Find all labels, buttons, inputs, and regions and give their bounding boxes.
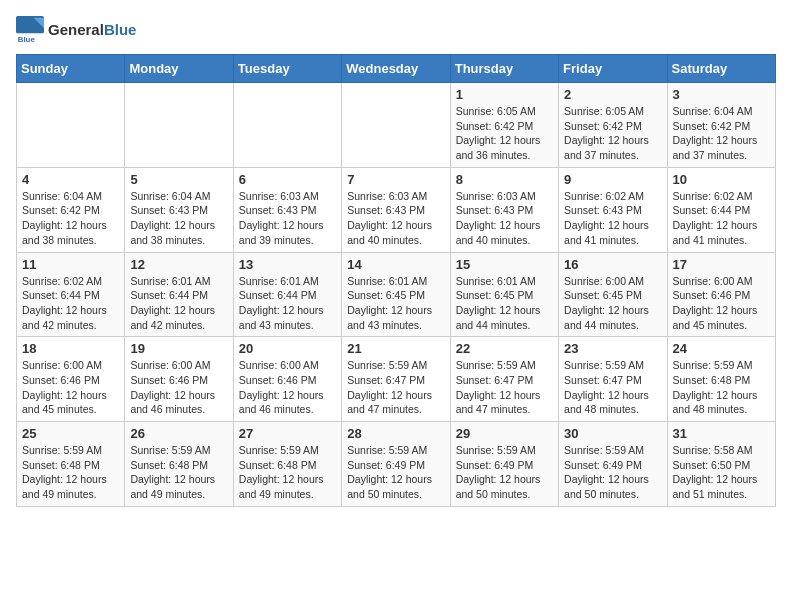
calendar-cell: 2Sunrise: 6:05 AM Sunset: 6:42 PM Daylig… <box>559 83 667 168</box>
day-detail: Sunrise: 6:00 AM Sunset: 6:46 PM Dayligh… <box>22 358 119 417</box>
day-detail: Sunrise: 5:59 AM Sunset: 6:47 PM Dayligh… <box>347 358 444 417</box>
calendar-cell: 28Sunrise: 5:59 AM Sunset: 6:49 PM Dayli… <box>342 422 450 507</box>
calendar-cell: 20Sunrise: 6:00 AM Sunset: 6:46 PM Dayli… <box>233 337 341 422</box>
day-detail: Sunrise: 6:00 AM Sunset: 6:46 PM Dayligh… <box>239 358 336 417</box>
logo: Blue GeneralBlue <box>16 16 136 44</box>
calendar-cell: 3Sunrise: 6:04 AM Sunset: 6:42 PM Daylig… <box>667 83 775 168</box>
day-detail: Sunrise: 5:59 AM Sunset: 6:49 PM Dayligh… <box>564 443 661 502</box>
day-number: 30 <box>564 426 661 441</box>
calendar-cell: 13Sunrise: 6:01 AM Sunset: 6:44 PM Dayli… <box>233 252 341 337</box>
week-row-5: 25Sunrise: 5:59 AM Sunset: 6:48 PM Dayli… <box>17 422 776 507</box>
day-number: 4 <box>22 172 119 187</box>
day-detail: Sunrise: 5:58 AM Sunset: 6:50 PM Dayligh… <box>673 443 770 502</box>
day-detail: Sunrise: 5:59 AM Sunset: 6:48 PM Dayligh… <box>130 443 227 502</box>
col-header-friday: Friday <box>559 55 667 83</box>
day-detail: Sunrise: 6:04 AM Sunset: 6:42 PM Dayligh… <box>673 104 770 163</box>
calendar-table: SundayMondayTuesdayWednesdayThursdayFrid… <box>16 54 776 507</box>
day-detail: Sunrise: 5:59 AM Sunset: 6:49 PM Dayligh… <box>456 443 553 502</box>
week-row-3: 11Sunrise: 6:02 AM Sunset: 6:44 PM Dayli… <box>17 252 776 337</box>
day-detail: Sunrise: 5:59 AM Sunset: 6:47 PM Dayligh… <box>564 358 661 417</box>
calendar-cell: 22Sunrise: 5:59 AM Sunset: 6:47 PM Dayli… <box>450 337 558 422</box>
day-detail: Sunrise: 6:04 AM Sunset: 6:42 PM Dayligh… <box>22 189 119 248</box>
day-number: 20 <box>239 341 336 356</box>
day-number: 11 <box>22 257 119 272</box>
day-number: 22 <box>456 341 553 356</box>
col-header-sunday: Sunday <box>17 55 125 83</box>
day-number: 14 <box>347 257 444 272</box>
day-number: 26 <box>130 426 227 441</box>
day-number: 5 <box>130 172 227 187</box>
calendar-cell: 8Sunrise: 6:03 AM Sunset: 6:43 PM Daylig… <box>450 167 558 252</box>
logo-general: GeneralBlue <box>48 21 136 39</box>
day-number: 15 <box>456 257 553 272</box>
calendar-cell: 25Sunrise: 5:59 AM Sunset: 6:48 PM Dayli… <box>17 422 125 507</box>
day-detail: Sunrise: 5:59 AM Sunset: 6:47 PM Dayligh… <box>456 358 553 417</box>
day-number: 10 <box>673 172 770 187</box>
day-detail: Sunrise: 6:03 AM Sunset: 6:43 PM Dayligh… <box>456 189 553 248</box>
day-number: 25 <box>22 426 119 441</box>
day-detail: Sunrise: 6:02 AM Sunset: 6:44 PM Dayligh… <box>22 274 119 333</box>
col-header-wednesday: Wednesday <box>342 55 450 83</box>
calendar-cell: 11Sunrise: 6:02 AM Sunset: 6:44 PM Dayli… <box>17 252 125 337</box>
calendar-cell <box>342 83 450 168</box>
col-header-monday: Monday <box>125 55 233 83</box>
day-detail: Sunrise: 6:01 AM Sunset: 6:45 PM Dayligh… <box>456 274 553 333</box>
day-number: 23 <box>564 341 661 356</box>
day-number: 21 <box>347 341 444 356</box>
day-number: 24 <box>673 341 770 356</box>
calendar-cell: 19Sunrise: 6:00 AM Sunset: 6:46 PM Dayli… <box>125 337 233 422</box>
calendar-cell: 16Sunrise: 6:00 AM Sunset: 6:45 PM Dayli… <box>559 252 667 337</box>
day-detail: Sunrise: 6:04 AM Sunset: 6:43 PM Dayligh… <box>130 189 227 248</box>
header-row: SundayMondayTuesdayWednesdayThursdayFrid… <box>17 55 776 83</box>
svg-text:Blue: Blue <box>18 35 36 44</box>
calendar-cell: 31Sunrise: 5:58 AM Sunset: 6:50 PM Dayli… <box>667 422 775 507</box>
day-number: 28 <box>347 426 444 441</box>
day-detail: Sunrise: 6:00 AM Sunset: 6:46 PM Dayligh… <box>130 358 227 417</box>
day-detail: Sunrise: 6:01 AM Sunset: 6:44 PM Dayligh… <box>130 274 227 333</box>
day-number: 7 <box>347 172 444 187</box>
day-detail: Sunrise: 6:05 AM Sunset: 6:42 PM Dayligh… <box>564 104 661 163</box>
day-detail: Sunrise: 6:00 AM Sunset: 6:45 PM Dayligh… <box>564 274 661 333</box>
calendar-cell: 5Sunrise: 6:04 AM Sunset: 6:43 PM Daylig… <box>125 167 233 252</box>
day-number: 18 <box>22 341 119 356</box>
week-row-4: 18Sunrise: 6:00 AM Sunset: 6:46 PM Dayli… <box>17 337 776 422</box>
day-number: 9 <box>564 172 661 187</box>
day-detail: Sunrise: 6:03 AM Sunset: 6:43 PM Dayligh… <box>239 189 336 248</box>
calendar-cell: 12Sunrise: 6:01 AM Sunset: 6:44 PM Dayli… <box>125 252 233 337</box>
calendar-cell <box>125 83 233 168</box>
calendar-cell: 30Sunrise: 5:59 AM Sunset: 6:49 PM Dayli… <box>559 422 667 507</box>
calendar-cell: 17Sunrise: 6:00 AM Sunset: 6:46 PM Dayli… <box>667 252 775 337</box>
day-number: 2 <box>564 87 661 102</box>
calendar-cell: 18Sunrise: 6:00 AM Sunset: 6:46 PM Dayli… <box>17 337 125 422</box>
week-row-2: 4Sunrise: 6:04 AM Sunset: 6:42 PM Daylig… <box>17 167 776 252</box>
logo-icon: Blue <box>16 16 44 44</box>
day-detail: Sunrise: 5:59 AM Sunset: 6:48 PM Dayligh… <box>673 358 770 417</box>
calendar-cell: 23Sunrise: 5:59 AM Sunset: 6:47 PM Dayli… <box>559 337 667 422</box>
day-number: 16 <box>564 257 661 272</box>
day-number: 8 <box>456 172 553 187</box>
calendar-cell: 29Sunrise: 5:59 AM Sunset: 6:49 PM Dayli… <box>450 422 558 507</box>
day-detail: Sunrise: 5:59 AM Sunset: 6:49 PM Dayligh… <box>347 443 444 502</box>
day-detail: Sunrise: 6:02 AM Sunset: 6:44 PM Dayligh… <box>673 189 770 248</box>
day-number: 27 <box>239 426 336 441</box>
day-detail: Sunrise: 5:59 AM Sunset: 6:48 PM Dayligh… <box>239 443 336 502</box>
col-header-tuesday: Tuesday <box>233 55 341 83</box>
calendar-cell: 24Sunrise: 5:59 AM Sunset: 6:48 PM Dayli… <box>667 337 775 422</box>
day-detail: Sunrise: 6:00 AM Sunset: 6:46 PM Dayligh… <box>673 274 770 333</box>
day-detail: Sunrise: 6:03 AM Sunset: 6:43 PM Dayligh… <box>347 189 444 248</box>
calendar-cell <box>233 83 341 168</box>
day-number: 31 <box>673 426 770 441</box>
calendar-cell: 14Sunrise: 6:01 AM Sunset: 6:45 PM Dayli… <box>342 252 450 337</box>
day-number: 29 <box>456 426 553 441</box>
col-header-saturday: Saturday <box>667 55 775 83</box>
calendar-cell: 9Sunrise: 6:02 AM Sunset: 6:43 PM Daylig… <box>559 167 667 252</box>
calendar-cell <box>17 83 125 168</box>
col-header-thursday: Thursday <box>450 55 558 83</box>
day-number: 12 <box>130 257 227 272</box>
calendar-cell: 26Sunrise: 5:59 AM Sunset: 6:48 PM Dayli… <box>125 422 233 507</box>
header: Blue GeneralBlue <box>16 16 776 44</box>
day-number: 13 <box>239 257 336 272</box>
calendar-cell: 21Sunrise: 5:59 AM Sunset: 6:47 PM Dayli… <box>342 337 450 422</box>
day-number: 17 <box>673 257 770 272</box>
day-number: 1 <box>456 87 553 102</box>
